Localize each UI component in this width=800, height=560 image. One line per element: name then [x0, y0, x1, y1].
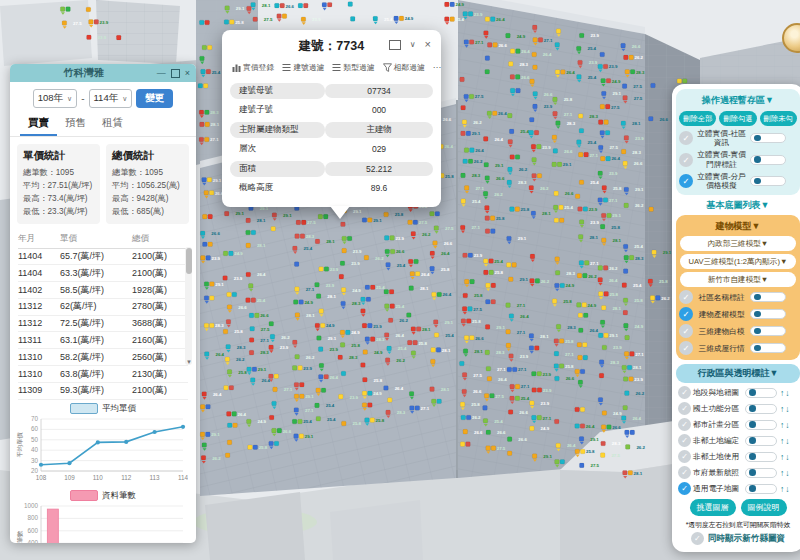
- price-tag[interactable]: [600, 52, 605, 57]
- price-tag[interactable]: 25.4: [509, 129, 529, 134]
- price-tag[interactable]: 26.2: [577, 273, 597, 278]
- price-tag[interactable]: 26.2: [625, 391, 645, 396]
- price-tag[interactable]: 29.1: [598, 333, 618, 338]
- price-tag[interactable]: 26.6: [553, 149, 573, 154]
- price-tag[interactable]: 29.1: [508, 277, 528, 282]
- price-tag[interactable]: 28.3: [295, 234, 315, 239]
- reorder-arrows[interactable]: ↑↓: [780, 468, 791, 478]
- price-tag[interactable]: 25.8: [248, 445, 268, 450]
- price-tag[interactable]: [554, 419, 559, 424]
- price-tag[interactable]: 27.1: [507, 367, 527, 372]
- layer-checkbox[interactable]: ✓: [679, 153, 693, 167]
- price-tag[interactable]: 23.9: [579, 33, 599, 38]
- price-tag[interactable]: 26.4: [487, 376, 507, 381]
- panel-titlebar[interactable]: 竹科灣雅 — ×: [10, 64, 196, 82]
- table-row[interactable]: 1131262(萬/坪)2780(萬): [18, 299, 188, 316]
- price-tag[interactable]: 29.1: [362, 218, 382, 223]
- price-tag[interactable]: 26.2: [463, 159, 483, 164]
- price-tag[interactable]: 24.9: [530, 426, 550, 431]
- price-tag[interactable]: 26.4: [600, 156, 620, 161]
- price-tag[interactable]: [350, 17, 355, 22]
- price-tag[interactable]: 26.4: [464, 148, 484, 153]
- price-tag[interactable]: 24.9: [577, 303, 597, 308]
- slider-handle[interactable]: [754, 178, 761, 185]
- year-to-select[interactable]: 114年 ∨: [89, 89, 133, 108]
- table-row[interactable]: 1130959.3(萬/坪)2100(萬): [18, 383, 188, 400]
- year-from-select[interactable]: 108年 ∨: [33, 89, 77, 108]
- price-tag[interactable]: 26.6: [507, 437, 527, 442]
- price-tag[interactable]: 23.9: [342, 248, 362, 253]
- price-tag[interactable]: 26.4: [485, 17, 505, 22]
- price-tag[interactable]: 23.9: [602, 345, 622, 350]
- reorder-arrows[interactable]: ↑↓: [780, 388, 791, 398]
- price-tag[interactable]: [387, 398, 392, 403]
- county-checkbox[interactable]: ✓: [691, 532, 704, 545]
- toolbar-item-建號過濾[interactable]: 建號過濾: [282, 62, 324, 73]
- delete-button[interactable]: 刪除未勾: [760, 111, 797, 126]
- slider-handle[interactable]: [749, 437, 756, 444]
- price-tag[interactable]: 28.1: [409, 286, 429, 291]
- price-tag[interactable]: 26.6: [463, 429, 483, 434]
- slider-handle[interactable]: [754, 135, 761, 142]
- price-tag[interactable]: 28.1: [430, 387, 450, 392]
- price-tag[interactable]: 23.9: [532, 388, 552, 393]
- price-tag[interactable]: 23.9: [532, 372, 552, 377]
- toolbar-item-⋯[interactable]: ⋯: [433, 63, 441, 72]
- table-row[interactable]: 1140258.5(萬/坪)1928(萬): [18, 282, 188, 299]
- delete-button[interactable]: 刪除勾選: [719, 111, 756, 126]
- price-tag[interactable]: 25.8: [384, 212, 404, 217]
- price-tag[interactable]: 27.1: [578, 152, 598, 157]
- price-tag[interactable]: 28.1: [315, 239, 335, 244]
- opacity-slider[interactable]: [745, 404, 777, 414]
- price-tag[interactable]: 26.6: [249, 313, 269, 318]
- layer-checkbox[interactable]: ✓: [678, 434, 691, 447]
- price-tag[interactable]: 27.1: [273, 387, 293, 392]
- price-tag[interactable]: 29.1: [484, 162, 504, 167]
- slider-handle[interactable]: [749, 389, 756, 396]
- layer-checkbox[interactable]: ✓: [679, 341, 693, 355]
- layer-checkbox[interactable]: ✓: [678, 466, 691, 479]
- price-tag[interactable]: 26.2: [625, 445, 645, 450]
- deals-table[interactable]: 年月單價總價 1140465.7(萬/坪)2100(萬)1140463.3(萬/…: [18, 231, 188, 400]
- model-dropdown[interactable]: 新竹市自建模型▼: [680, 272, 796, 287]
- price-tag[interactable]: [225, 453, 230, 458]
- price-tag[interactable]: 23.9: [338, 394, 358, 399]
- price-tag[interactable]: 25.8: [341, 421, 361, 426]
- price-tag[interactable]: [575, 194, 580, 199]
- price-tag[interactable]: 25.8: [407, 340, 427, 345]
- price-tag[interactable]: 25.4: [622, 283, 642, 288]
- table-row[interactable]: 1140465.7(萬/坪)2100(萬): [18, 249, 188, 266]
- price-tag[interactable]: 23.9: [318, 347, 338, 352]
- price-tag[interactable]: 28.3: [555, 270, 575, 275]
- staging-header[interactable]: 操作過程暫存區▼: [679, 94, 797, 107]
- price-tag[interactable]: 25.8: [223, 329, 243, 334]
- layer-checkbox[interactable]: ✓: [679, 290, 693, 304]
- price-tag[interactable]: 25.8: [463, 293, 483, 298]
- reorder-arrows[interactable]: ↑↓: [780, 420, 791, 430]
- price-tag[interactable]: 23.9: [340, 261, 360, 266]
- price-tag[interactable]: 26.4: [384, 386, 404, 391]
- price-tag[interactable]: 25.8: [600, 224, 620, 229]
- price-tag[interactable]: [651, 83, 656, 88]
- price-tag[interactable]: 25.8: [363, 377, 383, 382]
- county-toggle-row[interactable]: ✓ 同時顯示新竹縣圖資: [676, 532, 800, 545]
- price-tag[interactable]: 25.8: [340, 343, 360, 348]
- price-tag[interactable]: 26.2: [598, 266, 618, 271]
- price-tag[interactable]: [116, 35, 121, 40]
- price-tag[interactable]: 29.1: [552, 162, 572, 167]
- slider-handle[interactable]: [754, 156, 761, 163]
- opacity-slider[interactable]: [750, 309, 786, 319]
- price-tag[interactable]: 25.4: [315, 403, 335, 408]
- price-tag[interactable]: 23.9: [362, 323, 382, 328]
- opacity-slider[interactable]: [750, 343, 786, 353]
- price-tag[interactable]: 23.9: [315, 282, 335, 287]
- table-row[interactable]: 1131163.1(萬/坪)2160(萬): [18, 332, 188, 349]
- price-tag[interactable]: [508, 113, 513, 118]
- layer-checkbox[interactable]: ✓: [678, 482, 691, 495]
- price-tag[interactable]: [348, 2, 353, 7]
- opacity-slider[interactable]: [750, 326, 786, 336]
- price-tag[interactable]: 27.1: [554, 351, 574, 356]
- opacity-slider[interactable]: [745, 468, 777, 478]
- opacity-slider[interactable]: [745, 420, 777, 430]
- price-tag[interactable]: 23.9: [292, 366, 312, 371]
